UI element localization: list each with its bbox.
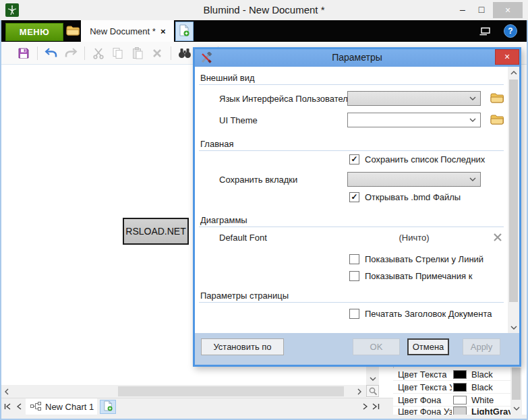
chart-tab-label: New Chart 1 — [45, 402, 94, 412]
checkbox[interactable] — [349, 254, 359, 264]
property-value: LightGray — [467, 407, 510, 415]
scroll-right-icon[interactable] — [354, 385, 365, 398]
checkbox[interactable] — [349, 271, 359, 281]
scroll-left-icon[interactable] — [1, 385, 12, 398]
minimize-button[interactable]: – — [454, 3, 471, 16]
ok-button[interactable]: OK — [353, 338, 400, 355]
scrollbar-thumb[interactable] — [118, 386, 344, 396]
next-chart-icon[interactable] — [359, 400, 370, 413]
copy-button[interactable] — [109, 44, 127, 62]
property-row-node-background-color[interactable]: Цвет Фона Уз. LightGray — [393, 407, 510, 415]
checkbox-show-arrows[interactable]: Показывать Стрелки у Линий — [349, 254, 483, 264]
scroll-down-icon[interactable] — [508, 322, 519, 333]
paste-button[interactable] — [129, 44, 146, 62]
settings-dialog: Параметры × Внешний вид Язык Интерфейса … — [193, 47, 521, 367]
default-font-label: Default Font — [219, 233, 267, 243]
maximize-button[interactable]: □ — [473, 3, 490, 16]
property-label: Цвет Текста — [393, 369, 452, 380]
last-chart-icon[interactable] — [370, 400, 381, 413]
checkbox-label: Открывать .bmd Файлы — [365, 192, 461, 202]
redo-icon — [64, 47, 78, 59]
section-title-diagrams: Диаграммы — [200, 215, 247, 225]
property-value: Black — [467, 382, 493, 392]
default-font-value[interactable]: (Ничто) — [347, 233, 481, 243]
scroll-up-icon[interactable] — [508, 67, 519, 78]
scrollbar-thumb[interactable] — [512, 367, 521, 400]
new-document-button[interactable] — [175, 22, 194, 41]
delete-button[interactable] — [148, 44, 166, 62]
checkbox[interactable] — [349, 309, 359, 319]
first-chart-icon[interactable] — [2, 400, 13, 413]
property-row-text-color[interactable]: Цвет Текста Black — [393, 368, 510, 381]
paste-icon — [131, 47, 144, 59]
dialog-close-button[interactable]: × — [495, 49, 519, 65]
dialog-titlebar[interactable]: Параметры × — [195, 49, 519, 67]
notes-panel-icon[interactable] — [479, 26, 491, 38]
menu-button[interactable]: МЕНЮ — [5, 23, 63, 41]
scrollbar-thumb[interactable] — [509, 80, 518, 302]
color-swatch — [453, 407, 467, 415]
property-row-background-color[interactable]: Цвет Фона White — [393, 394, 510, 407]
help-button[interactable]: ? — [504, 24, 517, 38]
apply-button[interactable]: Apply — [463, 338, 500, 355]
tab-close-icon[interactable]: × — [160, 26, 174, 36]
scroll-down-icon[interactable] — [510, 402, 522, 414]
folder-icon — [490, 115, 504, 125]
checkbox-open-bmd[interactable]: ✓ Открывать .bmd Файлы — [349, 192, 461, 202]
redo-button[interactable] — [62, 44, 80, 62]
cancel-button[interactable]: Отмена — [407, 338, 449, 355]
previous-chart-icon[interactable] — [13, 400, 24, 413]
checkbox-print-title[interactable]: Печатать Заголовок Документа — [349, 309, 492, 319]
checkbox-save-recent[interactable]: ✓ Сохранить список Последних — [349, 154, 485, 164]
document-tab-label: New Document * — [81, 26, 160, 36]
chevron-down-icon — [469, 118, 476, 122]
browse-language-button[interactable] — [489, 90, 504, 105]
undo-icon — [45, 47, 58, 59]
open-folder-icon[interactable] — [66, 26, 80, 38]
checkbox-show-notes[interactable]: Показывать Примечания к — [349, 271, 472, 281]
checkbox-label: Показывать Стрелки у Линий — [365, 254, 483, 264]
property-label: Цвет Текста У — [393, 382, 452, 392]
toolbar-separator — [171, 47, 171, 60]
save-button[interactable] — [15, 44, 32, 62]
check-icon: ✓ — [351, 155, 357, 163]
magnifier-icon — [368, 386, 378, 396]
language-combobox[interactable] — [347, 91, 481, 106]
chart-tabbar: New Chart 1 — [0, 398, 393, 415]
dialog-scrollbar[interactable] — [508, 67, 519, 333]
browse-theme-button[interactable] — [489, 112, 504, 127]
clear-icon — [493, 233, 502, 242]
toolbar-separator — [37, 47, 38, 60]
new-chart-button[interactable] — [100, 400, 116, 414]
scroll-down-icon[interactable] — [366, 372, 379, 385]
set-default-button[interactable]: Установить по — [201, 338, 284, 355]
checkbox[interactable]: ✓ — [349, 154, 359, 164]
section-divider — [199, 84, 504, 85]
save-tabs-combobox[interactable] — [347, 172, 481, 187]
canvas-horizontal-scrollbar[interactable] — [1, 385, 366, 398]
checkbox[interactable]: ✓ — [349, 192, 359, 202]
zoom-button[interactable] — [366, 385, 379, 397]
clear-font-button[interactable] — [492, 231, 504, 243]
document-tab[interactable]: New Document * × — [81, 20, 174, 42]
dialog-content: Внешний вид Язык Интерфейса Пользователя… — [195, 67, 519, 333]
ui-theme-combobox[interactable] — [347, 113, 481, 127]
new-document-icon — [179, 24, 189, 39]
save-icon — [18, 47, 30, 59]
undo-button[interactable] — [42, 44, 60, 62]
property-row-node-text-color[interactable]: Цвет Текста У Black — [393, 381, 510, 394]
find-button[interactable] — [176, 44, 194, 62]
color-swatch — [453, 383, 467, 392]
checkbox-label: Сохранить список Последних — [365, 154, 485, 164]
cut-button[interactable] — [90, 44, 107, 62]
chart-tab[interactable]: New Chart 1 — [26, 398, 97, 415]
section-title-page: Параметры страницы — [200, 291, 289, 301]
check-icon: ✓ — [351, 193, 357, 201]
mindmap-node[interactable]: RSLOAD.NET — [123, 218, 189, 245]
window-border — [0, 20, 1, 420]
color-swatch — [453, 370, 467, 379]
color-swatch — [453, 396, 467, 404]
window-close-button[interactable]: × — [493, 2, 523, 18]
binoculars-icon — [178, 47, 192, 59]
checkbox-label: Печатать Заголовок Документа — [365, 309, 492, 319]
